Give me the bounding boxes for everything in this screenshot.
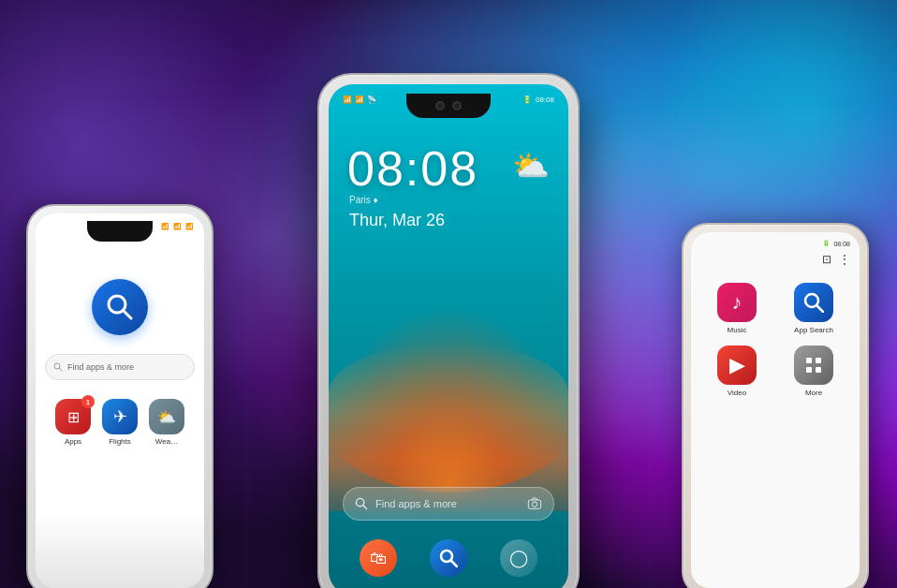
app-icon-flights[interactable]: ✈ Flights <box>102 399 138 446</box>
apps-grid-icon: ⊞ <box>67 408 80 426</box>
signal-bars-1: 📶 <box>343 96 352 104</box>
camera-left <box>435 101 445 110</box>
battery-icon: 🔋 <box>522 96 532 104</box>
center-search-icon <box>355 497 368 510</box>
signal-bars-2: 📶 <box>355 96 364 104</box>
phone-center-screen: 📶 📶 📡 🔋 08:08 08:08 Paris ♦ Thur, Mar 26 <box>329 84 568 588</box>
dock-icon-circle[interactable]: ◯ <box>500 539 537 577</box>
svg-line-9 <box>451 561 457 566</box>
circle-icon: ◯ <box>509 548 528 568</box>
right-battery-icon: 🔋 <box>822 240 831 247</box>
music-label: Music <box>728 326 747 334</box>
music-note-icon: ♪ <box>732 290 743 315</box>
flights-icon-circle: ✈ <box>102 399 138 434</box>
search-circle-icon[interactable] <box>92 279 148 335</box>
right-more-icon: ⋮ <box>839 253 850 266</box>
camera-search-icon <box>527 496 542 511</box>
right-app-video[interactable]: ▶ Video <box>704 345 770 397</box>
dock-search-icon <box>439 549 458 567</box>
phones-wrapper: 📶 📶 📶 Find apps & more <box>0 0 897 588</box>
phone-center-notch <box>406 94 491 118</box>
phone-right-app-grid: ♪ Music App Search <box>691 268 860 412</box>
right-battery-group: 🔋 08:08 <box>822 240 850 247</box>
more-grid-icon <box>804 356 823 375</box>
svg-rect-12 <box>806 358 812 363</box>
appsearch-label: App Search <box>794 326 833 334</box>
phone-right-toolbar: ⊡ ⋮ <box>691 251 860 268</box>
phone-center-body: 📶 📶 📡 🔋 08:08 08:08 Paris ♦ Thur, Mar 26 <box>317 73 580 588</box>
weather-icon-circle: ⛅ <box>149 399 184 434</box>
battery-time-group: 🔋 08:08 <box>522 96 554 104</box>
center-clock-time: 08:08 <box>347 140 478 197</box>
signal-icons: 📶 📶 📶 <box>161 223 195 230</box>
apps-badge: 1 <box>81 395 95 408</box>
app-icon-weather[interactable]: ⛅ Wea… <box>149 399 184 446</box>
svg-point-2 <box>54 363 60 369</box>
more-app-icon <box>794 345 833 385</box>
music-app-icon: ♪ <box>717 283 757 322</box>
signal-group: 📶 📶 📡 <box>343 96 376 104</box>
apps-label: Apps <box>65 437 81 446</box>
svg-rect-6 <box>528 500 540 508</box>
right-app-more[interactable]: More <box>781 345 846 397</box>
appsearch-app-icon <box>794 283 833 322</box>
center-date: Thur, Mar 26 <box>349 211 445 230</box>
video-app-icon: ▶ <box>717 345 757 385</box>
phone-left-bottom-gradient <box>36 513 204 588</box>
svg-rect-15 <box>816 367 821 373</box>
phone-left-body: 📶 📶 📶 Find apps & more <box>26 204 213 588</box>
apps-icon-circle: ⊞ 1 <box>55 399 91 434</box>
search-bar-icon <box>53 362 63 372</box>
camera-right <box>452 101 462 110</box>
weather-label: Wea… <box>155 437 178 446</box>
center-location: Paris ♦ <box>349 195 378 205</box>
flights-label: Flights <box>109 437 131 446</box>
search-bar-text: Find apps & more <box>67 362 134 372</box>
shop-icon: 🛍 <box>370 549 387 568</box>
svg-point-4 <box>356 498 363 506</box>
dock-icon-shop[interactable]: 🛍 <box>360 539 397 577</box>
svg-rect-13 <box>816 358 821 363</box>
phone-right-body: 🔋 08:08 ⊡ ⋮ ♪ Music <box>682 223 869 588</box>
appsearch-search-icon <box>803 292 824 313</box>
phone-center-search-bar[interactable]: Find apps & more <box>343 487 554 521</box>
dock-icon-blue[interactable] <box>430 539 467 577</box>
svg-line-11 <box>817 306 823 312</box>
phone-right-status-bar: 🔋 08:08 <box>691 232 860 251</box>
app-icon-apps[interactable]: ⊞ 1 Apps <box>55 399 91 446</box>
center-status-time: 08:08 <box>536 96 554 104</box>
video-label: Video <box>728 389 746 397</box>
search-svg-icon <box>106 293 134 321</box>
phone-left-search-bar[interactable]: Find apps & more <box>45 354 195 380</box>
wifi-icon: 📡 <box>367 96 376 104</box>
more-label: More <box>805 389 822 397</box>
center-weather-icon: ⛅ <box>512 148 550 184</box>
orange-wave <box>329 305 568 492</box>
svg-line-3 <box>60 369 63 372</box>
right-square-icon: ⊡ <box>822 253 831 266</box>
center-search-text: Find apps & more <box>375 498 520 509</box>
weather-cloud-icon: ⛅ <box>157 408 176 426</box>
phone-right: 🔋 08:08 ⊡ ⋮ ♪ Music <box>682 223 869 588</box>
flights-plane-icon: ✈ <box>113 406 127 427</box>
svg-line-1 <box>124 311 131 318</box>
svg-point-10 <box>805 294 818 307</box>
right-app-music[interactable]: ♪ Music <box>704 283 770 334</box>
phone-right-screen: 🔋 08:08 ⊡ ⋮ ♪ Music <box>691 232 860 588</box>
svg-rect-14 <box>806 367 812 373</box>
phone-left: 📶 📶 📶 Find apps & more <box>26 204 213 588</box>
play-icon: ▶ <box>729 353 745 377</box>
phone-center: 📶 📶 📡 🔋 08:08 08:08 Paris ♦ Thur, Mar 26 <box>317 73 580 588</box>
right-time: 08:08 <box>833 241 850 247</box>
phone-center-dock: 🛍 ◯ <box>343 539 554 577</box>
right-app-search[interactable]: App Search <box>781 283 846 334</box>
svg-point-7 <box>532 502 537 507</box>
phone-left-app-icons: ⊞ 1 Apps ✈ Flights ⛅ <box>48 399 192 446</box>
phone-left-screen: 📶 📶 📶 Find apps & more <box>36 213 204 588</box>
phone-left-notch <box>87 221 153 242</box>
svg-line-5 <box>363 506 367 509</box>
